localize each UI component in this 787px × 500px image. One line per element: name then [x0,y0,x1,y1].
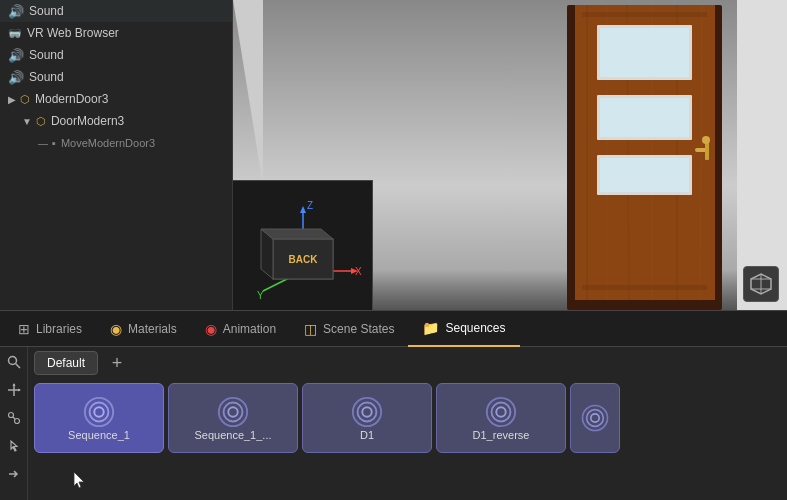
sidebar-item-sound-0[interactable]: 🔊 Sound [0,0,232,22]
svg-text:X: X [355,266,362,277]
svg-marker-20 [300,206,306,213]
sidebar-item-doormodern3[interactable]: ▼ ⬡ DoorModern3 [0,110,232,132]
sidebar-item-sound-2[interactable]: 🔊 Sound [0,44,232,66]
svg-point-59 [591,414,599,422]
tab-materials[interactable]: ◉ Materials [96,311,191,347]
sidebar-item-label: MoveModernDoor3 [61,137,155,149]
svg-rect-11 [600,98,689,137]
sound-icon: 🔊 [8,4,24,19]
sidebar-item-movemoderndoor3[interactable]: — ▪ MoveModernDoor3 [0,132,232,154]
clip-icon [7,411,21,425]
tab-libraries[interactable]: ⊞ Libraries [4,311,96,347]
sidebar-item-vr[interactable]: 🥽 VR Web Browser [0,22,232,44]
search-icon [7,355,21,369]
svg-text:BACK: BACK [288,254,318,265]
svg-point-50 [228,407,237,416]
sequence-card-1-icon [82,395,116,429]
svg-line-44 [13,417,15,419]
scene-states-icon: ◫ [304,321,317,337]
svg-point-36 [8,357,16,365]
svg-point-47 [94,407,103,416]
bottom-content-area: Default + Sequence_1 [0,347,787,500]
svg-rect-18 [582,285,707,290]
sequence-cards-row: Sequence_1 Sequence_1_... [34,383,781,453]
sidebar-item-label: Sound [29,4,64,18]
svg-point-52 [358,403,377,422]
default-sequence-tab[interactable]: Default [34,351,98,375]
axis-icon [7,383,21,397]
sidebar-item-sound-3[interactable]: 🔊 Sound [0,66,232,88]
svg-point-53 [362,407,371,416]
sidebar-item-label: Sound [29,48,64,62]
bottom-panel: ⊞ Libraries ◉ Materials ◉ Animation ◫ Sc… [0,310,787,500]
svg-marker-29 [261,229,333,239]
sidebar-item-label: DoorModern3 [51,114,124,128]
scene-hierarchy-sidebar: 🔊 Sound 🥽 VR Web Browser 🔊 Sound 🔊 Sound… [0,0,233,310]
sequence-card-4-icon [484,395,518,429]
sequence-card-4[interactable]: D1_reverse [436,383,566,453]
svg-point-49 [224,403,243,422]
svg-text:Z: Z [307,200,313,211]
svg-point-55 [492,403,511,422]
svg-rect-17 [582,12,707,17]
svg-point-58 [587,410,604,427]
sequence-card-3[interactable]: D1 [302,383,432,453]
tabs-row: ⊞ Libraries ◉ Materials ◉ Animation ◫ Sc… [0,311,787,347]
libraries-icon: ⊞ [18,321,30,337]
arrow-tool-button[interactable] [3,463,25,485]
mesh-icon-3: ▪ [52,137,56,149]
svg-rect-13 [600,158,689,192]
cube-icon [749,272,773,296]
expand-icon-2: ▼ [22,116,32,127]
sequences-area: Default + Sequence_1 [28,347,787,500]
sequences-icon: 📁 [422,320,439,336]
vr-icon: 🥽 [8,27,22,40]
viewport-3d[interactable]: Z BACK Y X [233,0,787,310]
sidebar-item-label: Sound [29,70,64,84]
door-svg [557,0,737,310]
svg-text:Y: Y [257,290,264,301]
sequence-card-3-icon [350,395,384,429]
svg-point-56 [496,407,505,416]
sequence-card-5-icon [580,400,610,436]
pointer-icon [7,439,21,453]
svg-point-16 [702,136,710,144]
sound-icon-2: 🔊 [8,48,24,63]
mini-orthographic-view: Z BACK Y X [233,180,373,310]
expand-icon: ▶ [8,94,16,105]
sequence-card-2-icon [216,395,250,429]
axis-tool-button[interactable] [3,379,25,401]
svg-marker-41 [18,389,21,392]
bottom-toolbar [0,347,28,500]
dash-icon: — [38,138,48,149]
add-sequence-button[interactable]: + [106,352,128,374]
axis-svg: Z BACK Y X [243,191,363,301]
svg-point-42 [8,413,13,418]
viewport-orientation-button[interactable] [743,266,779,302]
sequence-card-2[interactable]: Sequence_1_... [168,383,298,453]
sidebar-item-label: ModernDoor3 [35,92,108,106]
svg-line-37 [15,364,20,369]
animation-icon: ◉ [205,321,217,337]
sound-icon-3: 🔊 [8,70,24,85]
sequence-controls-row: Default + [34,351,781,375]
svg-rect-9 [600,28,689,77]
search-tool-button[interactable] [3,351,25,373]
sidebar-item-moderndoor3[interactable]: ▶ ⬡ ModernDoor3 [0,88,232,110]
svg-point-43 [14,419,19,424]
svg-marker-40 [12,383,15,386]
tab-scene-states[interactable]: ◫ Scene States [290,311,408,347]
sequence-card-5-partial[interactable] [570,383,620,453]
clip-tool-button[interactable] [3,407,25,429]
sidebar-item-label: VR Web Browser [27,26,119,40]
mesh-icon: ⬡ [20,93,30,106]
svg-point-46 [90,403,109,422]
tab-animation[interactable]: ◉ Animation [191,311,290,347]
tab-sequences[interactable]: 📁 Sequences [408,311,519,347]
materials-icon: ◉ [110,321,122,337]
sequence-card-1[interactable]: Sequence_1 [34,383,164,453]
mesh-icon-2: ⬡ [36,115,46,128]
pointer-tool-button[interactable] [3,435,25,457]
arrow-icon [7,467,21,481]
wall-right [737,0,787,310]
